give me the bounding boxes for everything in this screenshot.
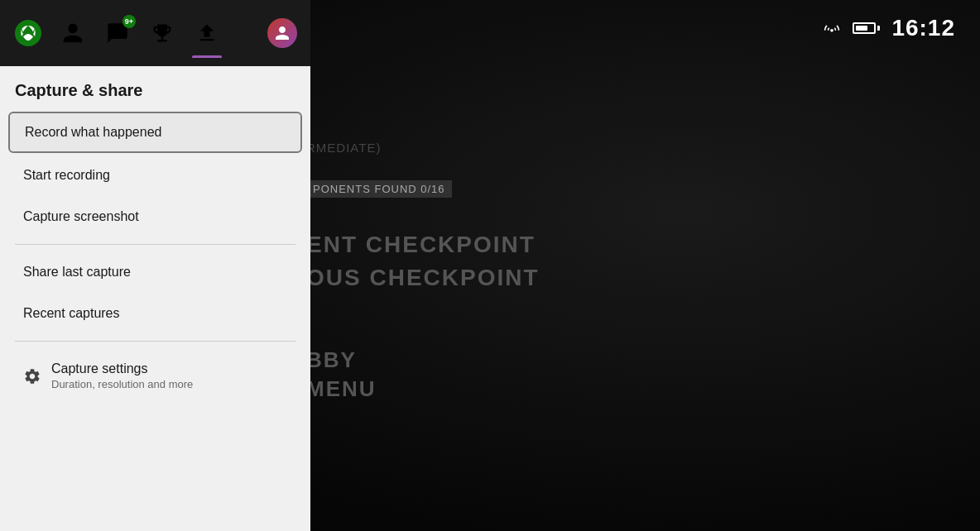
menu-item-recent-captures[interactable]: Recent captures bbox=[8, 294, 302, 332]
messages-icon-button[interactable]: 9+ bbox=[103, 18, 132, 48]
gear-icon bbox=[23, 367, 41, 385]
menu-item-capture-settings[interactable]: Capture settings Duration, resolution an… bbox=[8, 350, 302, 402]
xbox-logo-button[interactable] bbox=[13, 18, 43, 48]
menu-item-record-what-happened[interactable]: Record what happened bbox=[8, 112, 302, 153]
avatar bbox=[267, 18, 297, 48]
profile-icon-button[interactable] bbox=[58, 18, 88, 48]
panel-content: Capture & share Record what happened Sta… bbox=[0, 66, 310, 531]
status-bar: 16:12 bbox=[823, 15, 955, 41]
divider-2 bbox=[15, 341, 295, 342]
nav-bar: 9+ bbox=[0, 0, 310, 66]
bg-text-components: PONENTS FOUND 0/16 bbox=[306, 180, 452, 198]
bg-text-lobby: BBY bbox=[306, 347, 357, 373]
bg-text-menu: MENU bbox=[306, 376, 377, 402]
menu-item-start-recording[interactable]: Start recording bbox=[8, 156, 302, 194]
bg-text-checkpoint1: ENT CHECKPOINT bbox=[306, 232, 536, 258]
menu-item-share-last-capture[interactable]: Share last capture bbox=[8, 253, 302, 291]
menu-item-capture-screenshot[interactable]: Capture screenshot bbox=[8, 198, 302, 236]
share-icon-button[interactable] bbox=[192, 18, 222, 48]
capture-settings-sublabel: Duration, resolution and more bbox=[51, 378, 193, 390]
no-signal-icon bbox=[823, 19, 841, 37]
battery-icon bbox=[853, 22, 880, 34]
achievements-icon-button[interactable] bbox=[147, 18, 177, 48]
bg-text-intermediate: RMEDIATE) bbox=[306, 141, 381, 155]
bg-text-checkpoint2: OUS CHECKPOINT bbox=[306, 265, 540, 291]
avatar-button[interactable] bbox=[267, 18, 297, 48]
svg-point-0 bbox=[15, 20, 41, 46]
time-display: 16:12 bbox=[891, 15, 955, 41]
capture-settings-label: Capture settings bbox=[51, 361, 193, 376]
messages-badge: 9+ bbox=[122, 15, 136, 28]
overlay-panel: 9+ Capture & share R bbox=[0, 0, 310, 531]
panel-title: Capture & share bbox=[0, 66, 310, 110]
divider-1 bbox=[15, 244, 295, 245]
